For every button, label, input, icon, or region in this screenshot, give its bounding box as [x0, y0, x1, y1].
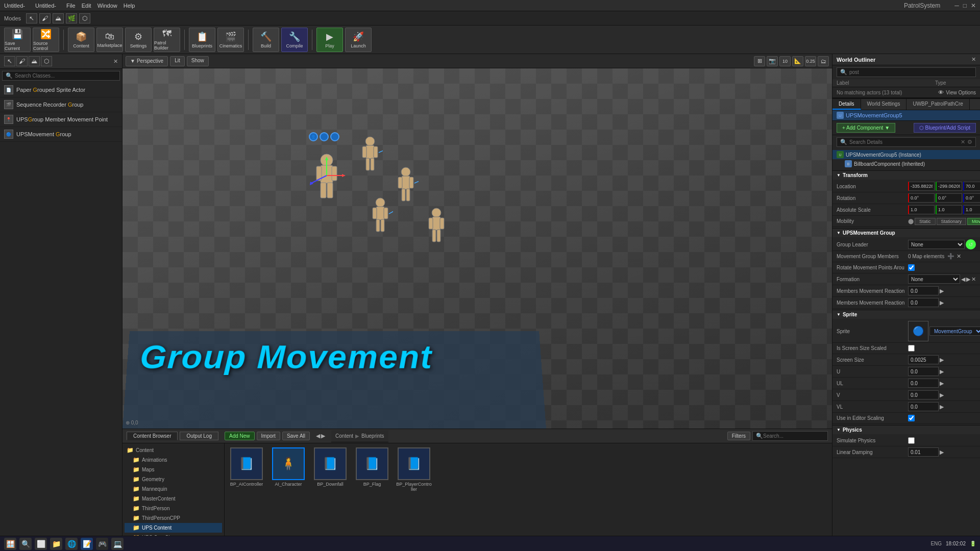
formation-select[interactable]: None [908, 274, 960, 284]
folder-content[interactable]: 📁 Content [125, 445, 222, 455]
vp-camera-btn[interactable]: 📷 [767, 56, 778, 66]
lp-mode-select[interactable]: ↖ [4, 56, 15, 66]
reaction-1-input[interactable] [908, 286, 939, 295]
members-add-btn[interactable]: ➕ [947, 253, 954, 260]
content-ai-character[interactable]: 🧍 AI_Character [271, 447, 306, 492]
minimize-btn[interactable]: ─ [954, 2, 959, 9]
sprite-section-header[interactable]: ▼ Sprite [832, 310, 980, 319]
content-bp-ai-controller[interactable]: 📘 BP_AIController [229, 447, 264, 492]
scale-z-input[interactable] [963, 205, 980, 214]
sprite-select[interactable]: MovementGroup [929, 327, 980, 336]
lp-mode-land[interactable]: ⛰ [29, 56, 40, 66]
vl-input[interactable] [908, 402, 939, 411]
rotate-points-check[interactable] [908, 264, 915, 271]
marketplace-btn[interactable]: 🛍 Marketplace [96, 28, 123, 52]
actor-item-paper[interactable]: 📄 Paper Grouped Sprite Actor [0, 83, 122, 97]
v-input[interactable] [908, 390, 939, 399]
viewport-lit-btn[interactable]: Lit [170, 56, 185, 66]
u-input[interactable] [908, 367, 939, 376]
viewport-show-btn[interactable]: Show [187, 56, 209, 66]
scale-x-input[interactable] [908, 205, 935, 214]
content-btn[interactable]: 📦 Content [68, 28, 94, 52]
taskbar-search-btn[interactable]: 🔍 [19, 538, 32, 550]
nav-back-btn[interactable]: ◀ [316, 433, 320, 439]
members-del-btn[interactable]: ✕ [957, 253, 961, 260]
transform-section-header[interactable]: ▼ Transform [832, 170, 980, 180]
menu-file[interactable]: File [66, 3, 76, 9]
formation-nav-right[interactable]: ▶ [966, 276, 970, 283]
screen-size-scaled-check[interactable] [908, 345, 915, 352]
folder-geometry[interactable]: 📁 Geometry [125, 474, 222, 484]
landscape-mode-btn[interactable]: ⛰ [53, 13, 64, 23]
screen-size-input[interactable] [908, 355, 939, 364]
ul-expand[interactable]: ▶ [940, 380, 944, 387]
menu-window[interactable]: Window [97, 3, 117, 9]
source-control-btn[interactable]: 🔀 Source Control [33, 28, 59, 52]
reaction-2-input[interactable] [908, 298, 939, 307]
folder-ups-content[interactable]: 📁 UPS Content [125, 523, 222, 533]
menu-edit[interactable]: Edit [82, 3, 91, 9]
formation-nav-left[interactable]: ◀ [961, 276, 965, 283]
search-options-btn[interactable]: ⚙ [967, 139, 972, 145]
mobility-stationary-btn[interactable]: Stationary [937, 218, 967, 225]
left-panel-search-input[interactable] [15, 73, 116, 79]
screen-size-expand[interactable]: ▶ [940, 357, 944, 363]
u-expand[interactable]: ▶ [940, 368, 944, 375]
linear-damping-input[interactable] [908, 447, 939, 457]
cinematics-btn[interactable]: 🎬 Cinematics [217, 28, 244, 52]
taskbar-terminal-btn[interactable]: 💻 [111, 538, 124, 550]
group-leader-select[interactable]: None [908, 240, 965, 249]
save-current-btn[interactable]: 💾 Save Current [4, 28, 31, 52]
taskbar-windows-btn[interactable]: 🪟 [4, 538, 16, 550]
close-outliner-btn[interactable]: ✕ [971, 56, 976, 63]
group-leader-pick-btn[interactable]: ↺ [966, 239, 976, 249]
paint-mode-btn[interactable]: 🖌 [39, 13, 51, 23]
reaction-2-expand[interactable]: ▶ [940, 299, 944, 306]
simulate-check[interactable] [908, 437, 915, 444]
import-btn[interactable]: Import [257, 432, 280, 440]
add-new-btn[interactable]: Add New [225, 432, 255, 440]
settings-btn[interactable]: ⚙ Settings [125, 28, 152, 52]
rotation-y-input[interactable] [936, 193, 962, 203]
rotation-z-input[interactable] [963, 193, 980, 203]
lp-mode-paint[interactable]: 🖌 [16, 56, 28, 66]
foliage-mode-btn[interactable]: 🌿 [66, 13, 77, 23]
physics-section-header[interactable]: ▼ Physics [832, 425, 980, 434]
actor-item-ups-member[interactable]: 📍 UPSGroup Member Movement Point [0, 112, 122, 127]
content-bp-flag[interactable]: 📘 BP_Flag [354, 447, 390, 492]
content-browser-tab[interactable]: Content Browser [127, 432, 178, 440]
actor-item-sequence[interactable]: 🎬 Sequence Recorder Group [0, 97, 122, 112]
output-log-tab[interactable]: Output Log [180, 432, 218, 440]
formation-clear-btn[interactable]: ✕ [971, 276, 976, 283]
taskbar-ue4-btn[interactable]: 🎮 [96, 538, 108, 550]
taskbar-file-btn[interactable]: 📁 [50, 538, 62, 550]
actor-item-ups-movement[interactable]: 🔵 UPSMovement Group [0, 127, 122, 142]
add-component-btn[interactable]: + Add Component ▼ [837, 123, 895, 133]
folder-third-person[interactable]: 📁 ThirdPerson [125, 504, 222, 513]
scale-y-input[interactable] [936, 205, 962, 214]
filter-btn[interactable]: Filters [727, 432, 750, 440]
location-z-input[interactable] [963, 182, 980, 191]
blueprints-btn[interactable]: 📋 Blueprints [189, 28, 215, 52]
rotation-x-input[interactable] [908, 193, 935, 203]
launch-btn[interactable]: 🚀 Launch [345, 28, 372, 52]
menu-help[interactable]: Help [124, 3, 135, 9]
component-billboard[interactable]: B BillboardComponent (Inherited) [837, 159, 976, 168]
search-details-clear[interactable]: ✕ [961, 139, 965, 145]
folder-master-content[interactable]: 📁 MasterContent [125, 494, 222, 504]
taskbar-taskview-btn[interactable]: ⬜ [35, 538, 47, 550]
vp-10-btn[interactable]: 10 [779, 56, 791, 66]
location-y-input[interactable] [936, 182, 962, 191]
close-btn[interactable]: ✕ [971, 2, 976, 9]
folder-mannequin[interactable]: 📁 Mannequin [125, 484, 222, 494]
component-ups-movement[interactable]: U UPSMovementGroup5 (Instance) [832, 150, 980, 159]
geometry-mode-btn[interactable]: ⬡ [79, 13, 90, 23]
v-expand[interactable]: ▶ [940, 392, 944, 398]
details-tab-world[interactable]: World Settings [861, 99, 907, 110]
folder-third-person-cpp[interactable]: 📁 ThirdPersonCPP [125, 513, 222, 523]
world-outliner-search-input[interactable] [849, 69, 972, 75]
select-mode-btn[interactable]: ↖ [26, 13, 37, 23]
vp-scale-btn[interactable]: 0.25 [805, 56, 816, 66]
mobility-static-btn[interactable]: Static [915, 218, 936, 225]
vp-snap-btn[interactable]: 📐 [792, 56, 803, 66]
